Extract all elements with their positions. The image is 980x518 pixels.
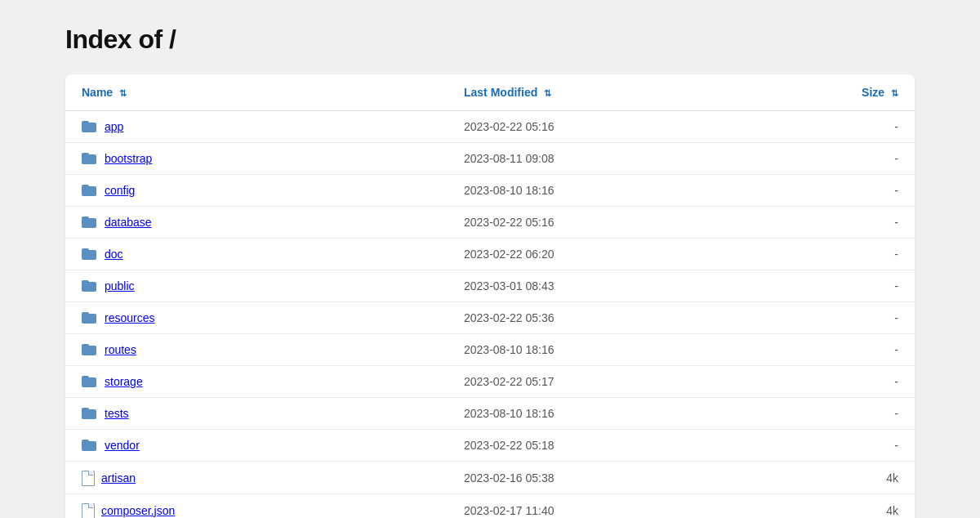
cell-name: resources: [65, 302, 448, 334]
cell-name: bootstrap: [65, 143, 448, 175]
col-header-name[interactable]: Name ⇅: [65, 74, 448, 111]
cell-name: app: [65, 111, 448, 143]
table-row: doc2023-02-22 06:20-: [65, 239, 915, 270]
folder-icon: [82, 248, 96, 260]
cell-modified: 2023-08-10 18:16: [448, 175, 787, 207]
cell-name: vendor: [65, 430, 448, 462]
table-row: database2023-02-22 05:16-: [65, 207, 915, 239]
cell-name: tests: [65, 398, 448, 430]
cell-modified: 2023-02-16 05:38: [448, 462, 787, 494]
folder-icon: [82, 376, 96, 387]
table-row: artisan2023-02-16 05:384k: [65, 462, 915, 494]
cell-modified: 2023-02-22 05:18: [448, 430, 787, 462]
col-name-sort-icon: ⇅: [119, 88, 127, 99]
cell-modified: 2023-03-01 08:43: [448, 270, 787, 302]
page-title: Index of /: [65, 25, 915, 55]
table-row: vendor2023-02-22 05:18-: [65, 430, 915, 462]
folder-icon: [82, 408, 96, 419]
table-row: storage2023-02-22 05:17-: [65, 366, 915, 398]
cell-modified: 2023-02-22 05:36: [448, 302, 787, 334]
file-link[interactable]: tests: [105, 407, 129, 420]
folder-icon: [82, 217, 96, 228]
cell-size: -: [787, 207, 915, 239]
cell-modified: 2023-02-22 05:16: [448, 207, 787, 239]
cell-size: -: [787, 111, 915, 143]
cell-size: -: [787, 398, 915, 430]
file-link[interactable]: vendor: [105, 439, 140, 452]
table-row: resources2023-02-22 05:36-: [65, 302, 915, 334]
col-size-sort-icon: ⇅: [891, 88, 898, 99]
folder-icon: [82, 312, 96, 324]
file-link[interactable]: composer.json: [101, 504, 175, 517]
cell-size: -: [787, 430, 915, 462]
cell-size: -: [787, 302, 915, 334]
cell-name: database: [65, 207, 448, 239]
file-link[interactable]: database: [105, 216, 152, 229]
col-size-label: Size: [862, 86, 884, 99]
cell-modified: 2023-08-11 09:08: [448, 143, 787, 175]
table-row: config2023-08-10 18:16-: [65, 175, 915, 207]
cell-size: -: [787, 143, 915, 175]
file-link[interactable]: artisan: [101, 471, 136, 485]
table-body: app2023-02-22 05:16-bootstrap2023-08-11 …: [65, 111, 915, 519]
table-header: Name ⇅ Last Modified ⇅ Size ⇅: [65, 74, 915, 111]
cell-name: artisan: [65, 462, 448, 494]
folder-icon: [82, 153, 96, 164]
table-row: routes2023-08-10 18:16-: [65, 334, 915, 366]
table-row: public2023-03-01 08:43-: [65, 270, 915, 302]
file-icon: [82, 503, 93, 517]
file-link[interactable]: app: [105, 120, 123, 133]
cell-name: storage: [65, 366, 448, 398]
col-header-size[interactable]: Size ⇅: [787, 74, 915, 111]
file-link[interactable]: doc: [105, 248, 123, 261]
cell-name: config: [65, 175, 448, 207]
table-row: bootstrap2023-08-11 09:08-: [65, 143, 915, 175]
col-modified-sort-icon: ⇅: [544, 88, 551, 99]
cell-name: composer.json: [65, 494, 448, 519]
col-name-label: Name: [82, 86, 113, 99]
cell-modified: 2023-08-10 18:16: [448, 334, 787, 366]
col-modified-label: Last Modified: [464, 86, 537, 99]
table-row: app2023-02-22 05:16-: [65, 111, 915, 143]
file-table: Name ⇅ Last Modified ⇅ Size ⇅ app2023-02…: [65, 74, 915, 518]
folder-icon: [82, 121, 96, 132]
folder-icon: [82, 440, 96, 451]
header-row: Name ⇅ Last Modified ⇅ Size ⇅: [65, 74, 915, 111]
folder-icon: [82, 185, 96, 196]
cell-size: -: [787, 366, 915, 398]
folder-icon: [82, 344, 96, 355]
cell-size: -: [787, 239, 915, 270]
cell-size: -: [787, 334, 915, 366]
cell-modified: 2023-02-22 05:16: [448, 111, 787, 143]
file-icon: [82, 471, 93, 485]
cell-size: 4k: [787, 494, 915, 519]
table-row: composer.json2023-02-17 11:404k: [65, 494, 915, 519]
col-header-modified[interactable]: Last Modified ⇅: [448, 74, 787, 111]
cell-size: 4k: [787, 462, 915, 494]
file-link[interactable]: bootstrap: [105, 152, 152, 165]
folder-icon: [82, 280, 96, 292]
cell-size: -: [787, 270, 915, 302]
cell-modified: 2023-08-10 18:16: [448, 398, 787, 430]
cell-name: doc: [65, 239, 448, 270]
file-link[interactable]: routes: [105, 343, 136, 356]
file-link[interactable]: public: [105, 279, 135, 292]
cell-modified: 2023-02-17 11:40: [448, 494, 787, 519]
page-wrapper: Index of / Name ⇅ Last Modified ⇅ Size ⇅: [0, 0, 980, 518]
file-link[interactable]: storage: [105, 375, 143, 388]
file-link[interactable]: resources: [105, 311, 154, 324]
cell-name: public: [65, 270, 448, 302]
file-table-container: Name ⇅ Last Modified ⇅ Size ⇅ app2023-02…: [65, 74, 915, 518]
cell-name: routes: [65, 334, 448, 366]
file-link[interactable]: config: [105, 184, 135, 197]
cell-modified: 2023-02-22 05:17: [448, 366, 787, 398]
table-row: tests2023-08-10 18:16-: [65, 398, 915, 430]
cell-modified: 2023-02-22 06:20: [448, 239, 787, 270]
cell-size: -: [787, 175, 915, 207]
